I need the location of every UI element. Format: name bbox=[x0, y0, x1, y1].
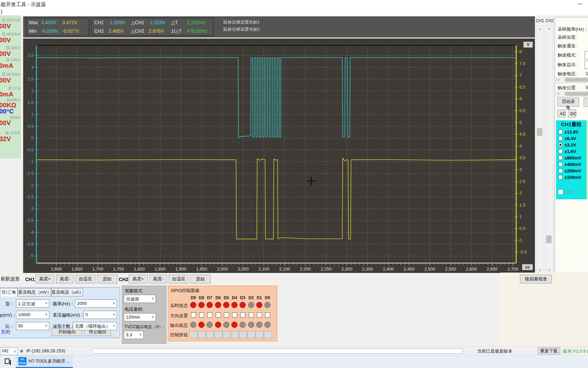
field-dropdown[interactable]: 0∨ bbox=[83, 311, 117, 319]
radio-icon[interactable] bbox=[558, 175, 563, 180]
ch2-height-plus-button[interactable]: 高度+ bbox=[129, 275, 148, 283]
ch2-tick-label: -0.5 bbox=[519, 249, 527, 255]
gpio-direction-checkbox[interactable] bbox=[199, 312, 204, 318]
scroll-down-icon[interactable]: ∨ bbox=[546, 267, 553, 273]
x-tick-label: 2,650 bbox=[487, 266, 498, 272]
tvcc-select[interactable]: 3.3 ∨ bbox=[124, 331, 144, 339]
range-option[interactable]: ±13.8V bbox=[558, 129, 587, 134]
radio-icon[interactable] bbox=[558, 149, 563, 154]
ac-coupling-button[interactable]: AC bbox=[557, 109, 566, 118]
setting-scrollbar[interactable]: < bbox=[556, 91, 588, 97]
scroll-down-icon[interactable]: ∨ bbox=[537, 267, 543, 273]
ch2-tick-label: 4 bbox=[519, 143, 522, 149]
ch2-offset-scrollbar[interactable]: ∧∨ bbox=[545, 26, 553, 273]
gpio-direction-checkbox[interactable] bbox=[224, 312, 229, 318]
ch2-height-minus-button[interactable]: 高度- bbox=[149, 275, 167, 283]
readout-row: 压 40372.600V bbox=[0, 18, 21, 30]
range-option[interactable]: ±400mV bbox=[558, 162, 587, 167]
device-counter-select[interactable]: #92 ∨ bbox=[0, 348, 18, 355]
measure-mode-select[interactable]: 示波器 ∨ bbox=[124, 295, 156, 303]
radio-icon[interactable] bbox=[558, 162, 563, 167]
scrollbar-thumb[interactable] bbox=[565, 92, 588, 96]
gpio-direction-checkbox[interactable] bbox=[265, 312, 270, 318]
gpio-control-button[interactable] bbox=[256, 331, 264, 338]
gpio-control-button[interactable] bbox=[247, 331, 256, 338]
refresh-waveform-label[interactable]: 刷新波形 bbox=[1, 276, 20, 282]
ch1-tick-label: 0 bbox=[31, 135, 34, 140]
gpio-direction-checkbox[interactable] bbox=[216, 312, 221, 318]
scope-plot[interactable]: 1,6001,6501,7001,7501,8001,8501,9001,950… bbox=[23, 39, 535, 273]
close-link[interactable]: 关闭 bbox=[1, 329, 10, 335]
range-option[interactable]: ±3.2V bbox=[558, 142, 587, 147]
gpio-control-button[interactable] bbox=[223, 331, 231, 338]
setting-value-cut: 1 bbox=[586, 71, 588, 76]
stop-acquire-button-cut[interactable] bbox=[584, 98, 588, 107]
gpio-control-button[interactable] bbox=[239, 331, 247, 338]
analog-calibrate-button[interactable]: 模拟量校准 bbox=[520, 275, 552, 283]
current-range-select[interactable]: 120mA ∨ bbox=[124, 313, 156, 321]
taskbar-pinned-icon[interactable] bbox=[5, 358, 11, 365]
tab-1[interactable]: 直流电压（mV） bbox=[18, 288, 51, 296]
scroll-left-icon[interactable]: < bbox=[556, 92, 561, 97]
gpio-column-header: D0 bbox=[263, 295, 272, 300]
field-dropdown[interactable]: 2000∨ bbox=[75, 300, 117, 308]
tab-2[interactable]: 直流电流（uA） bbox=[51, 288, 83, 296]
y-axis-unit-button[interactable]: V bbox=[523, 42, 533, 48]
field-dropdown[interactable]: 无限（循环输出）∨ bbox=[73, 322, 117, 330]
radio-icon[interactable] bbox=[558, 136, 563, 141]
radio-icon[interactable] bbox=[558, 155, 563, 160]
minimize-button[interactable]: — bbox=[578, 1, 583, 6]
gpio-direction-checkbox[interactable] bbox=[249, 312, 254, 318]
start-acquire-button[interactable]: 启动采集 bbox=[557, 98, 579, 107]
checkbox-icon[interactable] bbox=[558, 189, 563, 195]
scrollbar-thumb[interactable] bbox=[565, 78, 588, 82]
gpio-direction-checkbox[interactable] bbox=[207, 312, 212, 318]
radio-icon[interactable] bbox=[558, 129, 563, 134]
ch2-tick-label: 1 bbox=[519, 214, 522, 219]
ch1-enable-row[interactable]: CH1 bbox=[558, 189, 574, 195]
x-tick-label: 1,950 bbox=[196, 266, 207, 272]
taskbar-app-button[interactable]: H7 TOOL H7-TOOL多功能开... bbox=[16, 355, 73, 368]
gpio-control-button[interactable] bbox=[264, 331, 272, 338]
radio-icon[interactable] bbox=[558, 168, 563, 173]
ch1-auto-fit-button[interactable]: 自适应 bbox=[76, 275, 95, 283]
field-dropdown[interactable]: 50∨ bbox=[16, 322, 49, 330]
range-option[interactable]: ±6.4V bbox=[558, 136, 587, 141]
ch1-height-plus-button[interactable]: 高度+ bbox=[35, 275, 54, 283]
scroll-left-icon[interactable]: < bbox=[556, 78, 561, 83]
gpio-control-button[interactable] bbox=[214, 331, 223, 338]
tab-0[interactable]: 弦/三角 bbox=[0, 288, 18, 296]
gpio-control-button[interactable] bbox=[198, 331, 206, 338]
setting-select-cut[interactable] bbox=[585, 51, 588, 59]
gpio-direction-checkbox[interactable] bbox=[240, 312, 245, 318]
x-axis-unit-button[interactable]: us bbox=[522, 264, 533, 270]
scroll-up-icon[interactable]: ∧ bbox=[537, 26, 543, 32]
gpio-control-button[interactable] bbox=[206, 331, 214, 338]
readout-raw-value: 流 57.4 bbox=[0, 86, 21, 91]
radio-icon[interactable] bbox=[558, 142, 563, 147]
ch1-original-button[interactable]: 原始 bbox=[97, 275, 117, 283]
scroll-up-icon[interactable]: ∧ bbox=[546, 26, 553, 32]
range-option[interactable]: ±100mV bbox=[558, 175, 587, 180]
ch1-offset-scrollbar[interactable]: ∧∨ bbox=[536, 26, 544, 273]
gpio-control-button[interactable] bbox=[231, 331, 239, 338]
gpio-direction-checkbox[interactable] bbox=[232, 312, 237, 318]
ch2-original-button[interactable]: 原始 bbox=[190, 275, 211, 283]
field-dropdown[interactable]: 10000∨ bbox=[16, 311, 49, 319]
field-dropdown[interactable]: 1-正弦波∨ bbox=[16, 300, 49, 308]
setting-select-cut[interactable] bbox=[585, 61, 588, 69]
scrollbar-thumb[interactable] bbox=[537, 128, 542, 136]
dc-coupling-button[interactable]: DC bbox=[568, 109, 576, 118]
range-option[interactable]: ±1.6V bbox=[558, 149, 587, 154]
scrollbar-thumb[interactable] bbox=[546, 235, 552, 243]
gpio-direction-checkbox[interactable] bbox=[257, 312, 262, 318]
setting-scrollbar[interactable]: < bbox=[556, 77, 588, 83]
gpio-direction-checkbox[interactable] bbox=[191, 312, 196, 318]
ch2-auto-fit-button[interactable]: 自适应 bbox=[169, 275, 189, 283]
redownload-button[interactable]: 重新下载 bbox=[538, 347, 560, 354]
ch1-height-minus-button[interactable]: 高度- bbox=[56, 275, 74, 283]
range-option-label: ±6.4V bbox=[565, 136, 576, 141]
range-option[interactable]: ±200mV bbox=[558, 168, 587, 173]
gpio-control-button[interactable] bbox=[190, 331, 198, 338]
range-option[interactable]: ±800mV bbox=[558, 155, 587, 160]
